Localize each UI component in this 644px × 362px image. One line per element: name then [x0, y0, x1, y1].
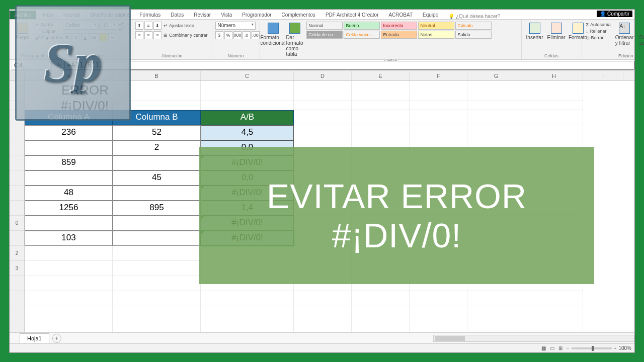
- tab-file[interactable]: Archivo: [10, 11, 36, 19]
- bold-button[interactable]: N: [63, 33, 71, 41]
- style-celda-vincul[interactable]: Celda vincul...: [344, 31, 380, 39]
- align-right[interactable]: ≡: [153, 31, 162, 39]
- style-entrada[interactable]: Entrada: [381, 31, 417, 39]
- table-header-c[interactable]: A/B: [201, 110, 294, 125]
- align-bottom[interactable]: ⬇: [153, 22, 162, 30]
- find-select-button[interactable]: 🔍Buscar y seleccionar: [637, 22, 644, 47]
- cell-c7[interactable]: 0,0: [201, 170, 294, 186]
- font-size-dropdown[interactable]: 11: [100, 22, 117, 30]
- align-left[interactable]: ≡: [135, 31, 143, 39]
- fill-color-button[interactable]: [99, 33, 107, 41]
- tab-layout[interactable]: Diseño de página: [86, 11, 135, 19]
- style-bueno[interactable]: Bueno: [344, 22, 380, 30]
- cell-a5[interactable]: [25, 140, 113, 155]
- tab-team[interactable]: Equipo: [418, 11, 443, 19]
- share-button[interactable]: 👤 Compartir: [597, 11, 632, 17]
- cell-a11[interactable]: 103: [25, 231, 113, 246]
- style-neutral[interactable]: Neutral: [418, 22, 454, 30]
- col-header-e[interactable]: E: [352, 71, 410, 80]
- col-header-b[interactable]: B: [113, 71, 201, 80]
- align-top[interactable]: ⬆: [135, 22, 143, 30]
- clear-button[interactable]: ◇ Borrar: [585, 35, 612, 41]
- cell-c10[interactable]: #¡DIV/0!: [201, 216, 294, 231]
- italic-button[interactable]: K: [72, 33, 80, 41]
- delete-cells-button[interactable]: Eliminar: [546, 22, 567, 41]
- fill-button[interactable]: ↓ Rellenar: [585, 28, 612, 34]
- cell-c5[interactable]: 0,0: [201, 140, 294, 155]
- cell-b1[interactable]: [113, 81, 201, 101]
- tab-home[interactable]: Inicio: [36, 11, 58, 19]
- tell-me[interactable]: 💡 ¿Qué desea hacer?: [448, 14, 500, 19]
- cell-c9[interactable]: 1,4: [201, 201, 294, 216]
- col-header-a[interactable]: A: [25, 71, 113, 80]
- cell-c11[interactable]: #¡DIV/0!: [201, 231, 294, 246]
- cell-a7[interactable]: [25, 170, 113, 186]
- col-header-d[interactable]: D: [294, 71, 352, 80]
- cell-b11[interactable]: [113, 231, 201, 246]
- row-header-1[interactable]: [10, 81, 25, 101]
- col-header-f[interactable]: F: [410, 71, 467, 80]
- view-page-icon[interactable]: ▭: [550, 345, 554, 351]
- align-middle[interactable]: ≡: [144, 22, 152, 30]
- cell-a4[interactable]: 236: [25, 125, 113, 140]
- currency-button[interactable]: $: [215, 31, 223, 39]
- view-normal-icon[interactable]: ▦: [541, 345, 546, 351]
- tab-pdf[interactable]: PDF Architect 4 Creator: [320, 11, 384, 19]
- tab-developer[interactable]: Programador: [237, 11, 276, 19]
- sort-filter-button[interactable]: A↓Ordenar y filtrar: [613, 22, 636, 47]
- table-header-a[interactable]: Columna A: [25, 110, 113, 125]
- cell-a9[interactable]: 1256: [25, 201, 113, 216]
- horizontal-scrollbar[interactable]: [433, 335, 634, 342]
- tab-insert[interactable]: Insertar: [58, 11, 86, 19]
- cell-a10[interactable]: [25, 216, 113, 231]
- font-color-button[interactable]: A: [108, 33, 116, 41]
- col-header-c[interactable]: C: [201, 71, 294, 80]
- thousands-button[interactable]: 000: [233, 31, 242, 39]
- insert-cells-button[interactable]: Insertar: [525, 22, 545, 41]
- number-format-dropdown[interactable]: Número: [215, 22, 256, 30]
- style-celda-comprob[interactable]: Celda de co...: [306, 31, 343, 39]
- cell-a8[interactable]: 48: [25, 186, 113, 201]
- zoom-control[interactable]: − + 100%: [567, 345, 631, 351]
- row-header-3[interactable]: [10, 110, 25, 125]
- cell-c1[interactable]: [201, 81, 294, 101]
- percent-button[interactable]: %: [224, 31, 232, 39]
- tab-view[interactable]: Vista: [216, 11, 237, 19]
- autosum-button[interactable]: Σ Autosuma: [585, 22, 612, 28]
- font-name-dropdown[interactable]: Calibri: [63, 22, 99, 30]
- cell-b7[interactable]: 45: [113, 170, 201, 186]
- cell-b10[interactable]: [113, 216, 201, 231]
- paste-button[interactable]: Pegar: [13, 22, 33, 41]
- style-incorrecto[interactable]: Incorrecto: [381, 22, 417, 30]
- cell-styles-gallery[interactable]: Normal Bueno Incorrecto Neutral Cálculo …: [306, 22, 529, 39]
- cell-c6[interactable]: #¡DIV/0!: [201, 155, 294, 170]
- formula-input[interactable]: [64, 61, 634, 70]
- fx-icon[interactable]: fx: [54, 62, 64, 68]
- cell-b5[interactable]: 2: [113, 140, 201, 155]
- cell-b4[interactable]: 52: [113, 125, 201, 140]
- style-calculo[interactable]: Cálculo: [455, 22, 492, 30]
- cell-a1[interactable]: ERROR #¡DIV/0!: [25, 81, 113, 101]
- sheet-tab-1[interactable]: Hoja1: [20, 333, 49, 343]
- format-as-table-button[interactable]: Dar formato como tabla: [285, 22, 305, 58]
- cell-b8[interactable]: [113, 186, 201, 201]
- cell-b6[interactable]: [113, 155, 201, 170]
- wrap-text-button[interactable]: ↵ Ajustar texto: [163, 22, 195, 30]
- align-center[interactable]: ≡: [144, 31, 152, 39]
- view-break-icon[interactable]: ⊞: [558, 345, 562, 351]
- cell-c8[interactable]: #¡DIV/0!: [201, 186, 294, 201]
- border-button[interactable]: ⊞: [90, 33, 98, 41]
- decrease-decimal[interactable]: .0: [243, 31, 251, 39]
- row-header-2[interactable]: [10, 101, 25, 110]
- tab-formulas[interactable]: Fórmulas: [134, 11, 166, 19]
- tab-addins[interactable]: Complementos: [277, 11, 320, 19]
- cell-b9[interactable]: 895: [113, 201, 201, 216]
- col-header-i[interactable]: I: [583, 71, 623, 80]
- cell-c4[interactable]: 4,5: [201, 125, 294, 140]
- tab-data[interactable]: Datos: [166, 11, 189, 19]
- add-sheet-button[interactable]: +: [52, 334, 61, 343]
- merge-center-button[interactable]: ⊞ Combinar y centrar: [163, 31, 209, 39]
- style-normal[interactable]: Normal: [306, 22, 343, 30]
- underline-button[interactable]: S: [81, 33, 89, 41]
- tab-review[interactable]: Revisar: [189, 11, 216, 19]
